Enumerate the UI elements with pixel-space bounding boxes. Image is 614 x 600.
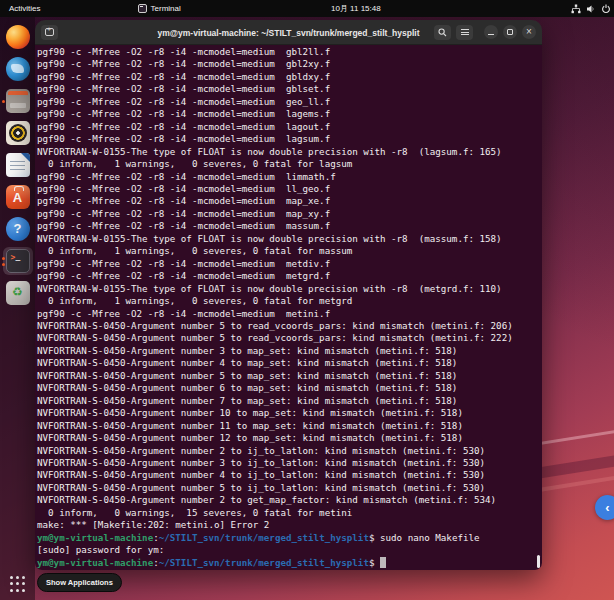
terminal-line: pgf90 -c -Mfree -O2 -r8 -i4 -mcmodel=med… <box>37 258 542 270</box>
terminal-line: pgf90 -c -Mfree -O2 -r8 -i4 -mcmodel=med… <box>37 195 542 207</box>
terminal-line: NVFORTRAN-S-0450-Argument number 2 to ge… <box>37 494 542 506</box>
terminal-line: [sudo] password for ym: <box>37 544 542 556</box>
close-icon: × <box>526 27 532 37</box>
edge-chevron-button[interactable]: ‹ <box>595 495 614 520</box>
terminal-line: pgf90 -c -Mfree -O2 -r8 -i4 -mcmodel=med… <box>37 133 542 145</box>
maximize-icon <box>507 29 513 35</box>
system-status-area[interactable] <box>571 0 611 17</box>
dock-item-files[interactable] <box>3 87 33 115</box>
terminal-line: pgf90 -c -Mfree -O2 -r8 -i4 -mcmodel=med… <box>37 58 542 70</box>
terminal-line: 0 inform, 0 warnings, 15 severes, 0 fata… <box>37 507 542 519</box>
terminal-line: NVFORTRAN-S-0450-Argument number 4 to ma… <box>37 357 542 369</box>
show-applications-tooltip: Show Applications <box>37 573 122 592</box>
maximize-button[interactable] <box>503 25 517 39</box>
terminal-line: NVFORTRAN-W-0155-The type of FLOAT is no… <box>37 283 542 295</box>
terminal-line: NVFORTRAN-S-0450-Argument number 5 to re… <box>37 332 542 344</box>
software-icon <box>6 185 30 209</box>
dock-item-writer[interactable] <box>3 151 33 179</box>
new-tab-icon <box>45 28 54 36</box>
ubuntu-desktop: { "topbar": { "activities_label": "Activ… <box>0 0 614 600</box>
terminal-line: ym@ym-virtual-machine:~/STILT_svn/trunk/… <box>37 532 542 544</box>
running-indicator <box>2 263 5 266</box>
network-icon <box>571 4 581 14</box>
menu-button[interactable] <box>456 25 473 40</box>
dock-item-trash[interactable] <box>3 279 33 307</box>
new-tab-button[interactable] <box>41 25 58 40</box>
terminal-window: ym@ym-virtual-machine: ~/STILT_svn/trunk… <box>35 20 542 570</box>
clock[interactable]: 10月 11 15:48 <box>331 0 381 17</box>
terminal-line: NVFORTRAN-S-0450-Argument number 11 to m… <box>37 420 542 432</box>
top-bar: Activities Terminal 10月 11 15:48 <box>0 0 614 17</box>
terminal-line: pgf90 -c -Mfree -O2 -r8 -i4 -mcmodel=med… <box>37 183 542 195</box>
help-icon <box>6 217 30 241</box>
running-indicator <box>2 100 5 103</box>
terminal-line: NVFORTRAN-S-0450-Argument number 5 to ma… <box>37 370 542 382</box>
terminal-line: pgf90 -c -Mfree -O2 -r8 -i4 -mcmodel=med… <box>37 270 542 282</box>
terminal-line: pgf90 -c -Mfree -O2 -r8 -i4 -mcmodel=med… <box>37 108 542 120</box>
running-indicator <box>2 257 5 260</box>
trash-icon <box>6 281 30 305</box>
volume-icon <box>586 4 596 14</box>
show-applications-button[interactable] <box>9 575 27 593</box>
dock-item-terminal-app[interactable] <box>3 247 33 275</box>
terminal-line: NVFORTRAN-S-0450-Argument number 2 to ij… <box>37 445 542 457</box>
terminal-line: NVFORTRAN-S-0450-Argument number 4 to ij… <box>37 469 542 481</box>
terminal-line: make: *** [Makefile:202: metini.o] Error… <box>37 519 542 531</box>
power-icon <box>601 4 611 14</box>
terminal-line: NVFORTRAN-S-0450-Argument number 5 to ij… <box>37 482 542 494</box>
terminal-line: NVFORTRAN-S-0450-Argument number 6 to ma… <box>37 382 542 394</box>
close-button[interactable]: × <box>522 25 536 39</box>
terminal-line: NVFORTRAN-S-0450-Argument number 7 to ma… <box>37 395 542 407</box>
terminal-output[interactable]: pgf90 -c -Mfree -O2 -r8 -i4 -mcmodel=med… <box>35 45 542 570</box>
terminal-line: ym@ym-virtual-machine:~/STILT_svn/trunk/… <box>37 557 542 569</box>
terminal-line: pgf90 -c -Mfree -O2 -r8 -i4 -mcmodel=med… <box>37 83 542 95</box>
terminal-app-icon <box>6 249 30 273</box>
terminal-line: pgf90 -c -Mfree -O2 -r8 -i4 -mcmodel=med… <box>37 308 542 320</box>
focused-app-name: Terminal <box>151 4 181 13</box>
dock-item-firefox[interactable] <box>3 23 33 51</box>
terminal-line: NVFORTRAN-S-0450-Argument number 5 to re… <box>37 320 542 332</box>
terminal-line: NVFORTRAN-S-0450-Argument number 3 to ij… <box>37 457 542 469</box>
dock-item-help[interactable] <box>3 215 33 243</box>
terminal-line: pgf90 -c -Mfree -O2 -r8 -i4 -mcmodel=med… <box>37 220 542 232</box>
scrollbar-thumb[interactable] <box>537 555 540 568</box>
firefox-icon <box>6 25 30 49</box>
terminal-line: pgf90 -c -Mfree -O2 -r8 -i4 -mcmodel=med… <box>37 208 542 220</box>
dock <box>0 17 35 600</box>
terminal-line: NVFORTRAN-W-0155-The type of FLOAT is no… <box>37 233 542 245</box>
dock-item-thunderbird[interactable] <box>3 55 33 83</box>
minimize-icon <box>488 34 494 36</box>
minimize-button[interactable] <box>484 25 498 39</box>
terminal-line: NVFORTRAN-S-0450-Argument number 10 to m… <box>37 407 542 419</box>
terminal-line: pgf90 -c -Mfree -O2 -r8 -i4 -mcmodel=med… <box>37 171 542 183</box>
titlebar[interactable]: ym@ym-virtual-machine: ~/STILT_svn/trunk… <box>35 20 542 45</box>
menu-icon <box>461 29 469 35</box>
terminal-line: 0 inform, 1 warnings, 0 severes, 0 fatal… <box>37 158 542 170</box>
writer-icon <box>6 153 30 177</box>
terminal-line: pgf90 -c -Mfree -O2 -r8 -i4 -mcmodel=med… <box>37 46 542 58</box>
dock-item-software[interactable] <box>3 183 33 211</box>
search-icon <box>438 23 447 41</box>
terminal-line: 0 inform, 1 warnings, 0 severes, 0 fatal… <box>37 295 542 307</box>
terminal-window-icon <box>138 4 147 13</box>
dock-item-rhythmbox[interactable] <box>3 119 33 147</box>
terminal-line: pgf90 -c -Mfree -O2 -r8 -i4 -mcmodel=med… <box>37 71 542 83</box>
terminal-line: 0 inform, 1 warnings, 0 severes, 0 fatal… <box>37 245 542 257</box>
activities-button[interactable]: Activities <box>0 0 50 17</box>
rhythmbox-icon <box>6 121 30 145</box>
thunderbird-icon <box>6 57 30 81</box>
search-button[interactable] <box>434 25 451 40</box>
chevron-left-icon: ‹ <box>605 500 609 515</box>
terminal-line: NVFORTRAN-W-0155-The type of FLOAT is no… <box>37 146 542 158</box>
files-icon <box>6 89 30 113</box>
dock-items <box>0 23 35 307</box>
focused-app-indicator[interactable]: Terminal <box>138 4 181 13</box>
window-title: ym@ym-virtual-machine: ~/STILT_svn/trunk… <box>157 20 419 45</box>
terminal-line: pgf90 -c -Mfree -O2 -r8 -i4 -mcmodel=med… <box>37 96 542 108</box>
terminal-line: NVFORTRAN-S-0450-Argument number 3 to ma… <box>37 345 542 357</box>
terminal-line: NVFORTRAN-S-0450-Argument number 12 to m… <box>37 432 542 444</box>
terminal-line: pgf90 -c -Mfree -O2 -r8 -i4 -mcmodel=med… <box>37 121 542 133</box>
